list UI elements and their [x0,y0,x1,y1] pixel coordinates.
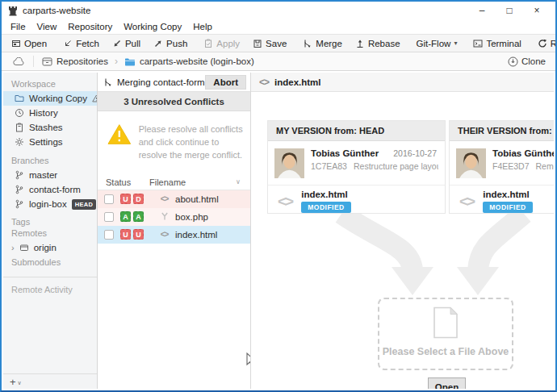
sidebar-item-remote-origin[interactable]: › origin [3,240,97,255]
app-icon [8,6,18,16]
menu-file[interactable]: File [5,22,31,31]
sidebar-header-submodules[interactable]: Submodules [3,255,97,269]
rebase-button[interactable]: Rebase [349,35,407,52]
status-badge: D [133,194,144,204]
terminal-button[interactable]: Terminal [467,35,527,52]
menu-bar: File View Repository Working Copy Help [2,19,555,34]
working-copy-icon [15,94,24,103]
sort-chevron-icon[interactable]: ∨ [236,178,250,186]
my-version-card[interactable]: MY VERSION from: HEAD Tobias Günther 201… [267,120,446,214]
branch-icon [15,170,24,180]
filename: index.html [175,230,217,240]
my-version-header: MY VERSION from: HEAD [268,121,445,141]
breadcrumb-repository[interactable]: carparts-website (login-box) [119,56,259,66]
file-icon [432,307,459,339]
column-status[interactable]: Status [98,177,149,187]
save-button[interactable]: Save [246,35,293,52]
mouse-cursor [245,352,251,369]
commit-message: Restructure page layout [354,161,438,171]
stashes-icon [15,123,24,132]
chevron-right-icon[interactable]: › [11,243,15,252]
sidebar-item-branch-master[interactable]: master [3,168,97,182]
chevron-down-icon: ▾ [454,40,457,47]
push-button[interactable]: Push [147,35,194,52]
fetch-button[interactable]: Fetch [57,35,106,52]
sidebar-header-remotes[interactable]: Remotes [3,227,97,240]
menu-working-copy[interactable]: Working Copy [118,22,187,31]
open-file-button[interactable]: Open [428,377,466,389]
warning-triangle-icon [107,123,132,145]
push-icon [153,39,163,48]
commit-hash: F4EE3D7 [492,161,530,171]
sidebar-item-settings[interactable]: Settings [3,135,97,149]
avatar [456,148,486,178]
row-checkbox[interactable] [104,194,114,204]
table-row-about-html[interactable]: U D <> about.html [98,190,250,208]
commit-hash: 1C7EA83 [311,161,347,171]
menu-view[interactable]: View [31,22,63,31]
row-checkbox[interactable] [104,212,114,222]
chevron-down-icon[interactable]: ∨ [18,380,22,386]
their-version-card[interactable]: THEIR VERSION from: contact-form Tobias … [449,120,554,214]
table-row-index-html[interactable]: U U <> index.html [98,226,250,244]
menu-repository[interactable]: Repository [62,22,118,31]
merge-arrows-graphic [251,212,554,301]
active-file-tab[interactable]: index.html [274,77,321,87]
sidebar-item-branch-contact-form[interactable]: contact-form [3,182,97,197]
cloud-account-button[interactable] [8,57,30,66]
breadcrumb-separator [33,56,34,67]
pull-icon [112,39,122,48]
breadcrumb-repositories[interactable]: Repositories [37,56,113,66]
merge-button[interactable]: Merge [296,35,349,52]
remote-icon [19,243,29,252]
status-badge: A [133,211,144,222]
commit-meta: Tobias Günther F4EE3D7Remove about page [492,148,554,185]
merge-panel: Merging contact-form Abort 3 Unresolved … [98,73,251,389]
abort-button[interactable]: Abort [205,75,246,90]
add-repository-button[interactable]: + [10,376,16,388]
open-icon [11,39,21,48]
status-badges: U D [120,194,144,204]
gitflow-button[interactable]: Git-Flow ▾ [410,35,464,52]
sidebar-header-branches: Branches [3,153,97,168]
minimize-button[interactable]: – [468,2,496,19]
toolbar: Open Fetch Pull Push Apply Save Merge Re… [2,34,555,52]
refresh-button[interactable]: Refresh [531,35,557,52]
sidebar-header-workspace: Workspace [3,77,97,91]
merge-header: Merging contact-form Abort [98,73,250,92]
apply-icon [203,39,213,48]
sidebar-footer: + ∨ [3,373,97,389]
menu-help[interactable]: Help [187,22,218,31]
conflict-file-table: Status Filename ∨ U D <> about.html [98,175,250,244]
clone-button[interactable]: Clone [508,56,549,67]
sidebar-item-history[interactable]: History [3,106,97,120]
open-button[interactable]: Open [5,35,53,52]
terminal-icon [473,39,483,48]
sidebar-header-tags[interactable]: Tags [3,215,97,227]
sidebar-item-working-copy[interactable]: Working Copy [3,91,97,106]
commit-meta: Tobias Günther 2016-10-27 1C7EA83Restruc… [311,148,438,185]
column-filename[interactable]: Filename [149,177,236,187]
status-badge: U [133,229,144,240]
code-file-icon: <> [278,193,292,211]
merge-icon [303,39,312,48]
app-window: carparts-website – □ × File View Reposit… [0,0,557,392]
pull-button[interactable]: Pull [106,35,147,52]
close-button[interactable]: × [523,2,551,19]
clone-icon [508,56,518,67]
commit-row: Tobias Günther F4EE3D7Remove about page [450,141,554,186]
sidebar-item-stashes[interactable]: Stashes [3,120,97,135]
branch-icon [15,199,24,209]
fetch-icon [63,39,73,48]
sidebar-item-branch-login-box[interactable]: login-box HEAD [3,197,97,211]
chevron-right-icon: › [113,56,119,67]
apply-button[interactable]: Apply [197,35,246,52]
commit-date: 2016-10-27 [393,148,438,158]
code-file-icon: <> [259,77,269,88]
table-row-box-php[interactable]: A A box.php [98,208,250,226]
cloud-icon [13,57,25,66]
maximize-button[interactable]: □ [496,2,523,19]
status-badge: A [120,211,131,222]
row-checkbox[interactable] [104,230,114,240]
placeholder-text: Please Select a File Above [379,346,512,357]
